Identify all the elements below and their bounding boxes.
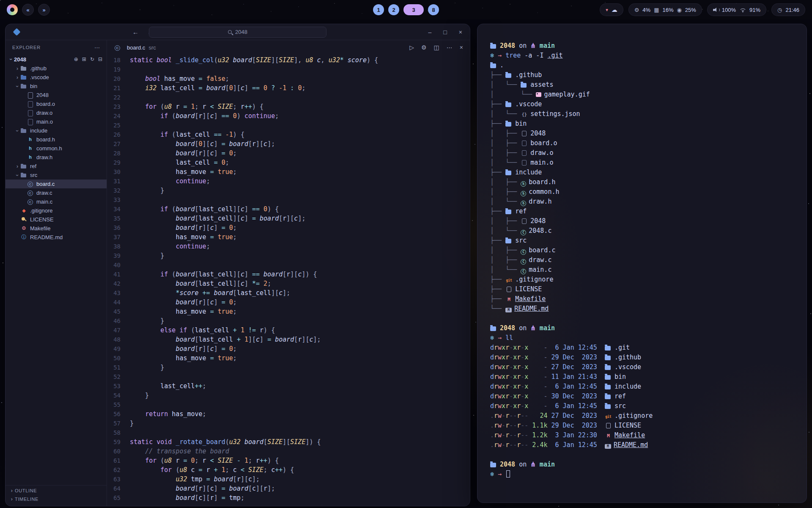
code-line[interactable]: 25: [107, 121, 470, 130]
settings-button[interactable]: ⚙: [421, 44, 427, 51]
explorer-item-.gitignore[interactable]: .gitignore: [5, 206, 107, 215]
code-line[interactable]: 52: [107, 372, 470, 381]
audio-network-widget[interactable]: 100% 91%: [707, 3, 766, 16]
code-line[interactable]: 31 continue;: [107, 177, 470, 186]
code-line[interactable]: 23 for (u8 r = 1; r < SIZE; r++) {: [107, 102, 470, 111]
code-line[interactable]: 43 *score += board[last_cell][c];: [107, 288, 470, 298]
code-line[interactable]: 44 board[r][c] = 0;: [107, 298, 470, 307]
code-line[interactable]: 34 if (board[last_cell][c] == 0) {: [107, 204, 470, 214]
code-line[interactable]: 61 for (u8 r = 0; r < SIZE - 1; r++) {: [107, 456, 470, 465]
code-line[interactable]: 65 board[c][r] = tmp;: [107, 493, 470, 502]
code-line[interactable]: 59static void _rotate_board(u32 board[SI…: [107, 437, 470, 447]
explorer-more-button[interactable]: ⋯: [94, 44, 100, 51]
explorer-item-.vscode[interactable]: ›.vscode: [5, 73, 107, 82]
explorer-item-.github[interactable]: ›.github: [5, 64, 107, 73]
workspace-1[interactable]: 1: [373, 4, 384, 15]
code-line[interactable]: 49 board[r][c] = 0;: [107, 344, 470, 353]
explorer-item-draw.o[interactable]: draw.o: [5, 108, 107, 117]
code-line[interactable]: 45 has_move = true;: [107, 307, 470, 316]
code-line[interactable]: 20 bool has_move = false;: [107, 74, 470, 83]
close-button[interactable]: ×: [459, 29, 462, 36]
command-center-search[interactable]: 2048: [149, 27, 326, 38]
code-line[interactable]: 53 last_cell++;: [107, 381, 470, 391]
code-line[interactable]: 63 u32 tmp = board[r][c];: [107, 475, 470, 484]
refresh-icon[interactable]: ↻: [90, 56, 94, 62]
explorer-item-src[interactable]: ›src: [5, 171, 107, 179]
explorer-item-Makefile[interactable]: Makefile: [5, 224, 107, 233]
code-line[interactable]: 39 }: [107, 251, 470, 260]
breadcrumb[interactable]: board.c src ▷⚙◫⋯×: [107, 40, 470, 55]
explorer-item-2048[interactable]: 2048: [5, 91, 107, 99]
explorer-item-README.md[interactable]: README.md: [5, 233, 107, 242]
explorer-item-bin[interactable]: ›bin: [5, 82, 107, 91]
explorer-item-main.o[interactable]: main.o: [5, 117, 107, 126]
explorer-item-LICENSE[interactable]: LICENSE: [5, 215, 107, 224]
workspace-8[interactable]: 8: [428, 4, 439, 15]
code-line[interactable]: 55: [107, 400, 470, 409]
run-button[interactable]: ▷: [409, 44, 414, 51]
explorer-item-ref[interactable]: ›ref: [5, 162, 107, 171]
code-line[interactable]: 38 continue;: [107, 242, 470, 251]
code-line[interactable]: 18static bool _slide_col(u32 board[SIZE]…: [107, 55, 470, 65]
media-next-button[interactable]: »: [38, 4, 50, 16]
code-line[interactable]: 41 if (board[last_cell][c] == board[r][c…: [107, 270, 470, 279]
code-line[interactable]: 24 if (board[r][c] == 0) continue;: [107, 111, 470, 121]
new-file-icon[interactable]: ⊕: [74, 56, 78, 62]
maximize-button[interactable]: □: [443, 29, 447, 36]
code-line[interactable]: 33: [107, 195, 470, 204]
code-line[interactable]: 36 board[r][c] = 0;: [107, 223, 470, 232]
more-button[interactable]: ⋯: [447, 44, 453, 51]
code-line[interactable]: 28 board[r][c] = 0;: [107, 149, 470, 158]
code-line[interactable]: 56 return has_move;: [107, 409, 470, 419]
collapse-icon[interactable]: ⊟: [98, 56, 102, 62]
workspace-3[interactable]: 3: [403, 4, 424, 15]
nav-back-button[interactable]: ←: [132, 28, 139, 36]
explorer-root-folder[interactable]: › 2048 ⊕⊞↻⊟: [5, 55, 107, 64]
explorer-item-draw.h[interactable]: draw.h: [5, 153, 107, 162]
new-folder-icon[interactable]: ⊞: [82, 56, 86, 62]
code-line[interactable]: 51 }: [107, 363, 470, 372]
explorer-item-board.o[interactable]: board.o: [5, 99, 107, 108]
explorer-item-include[interactable]: ›include: [5, 126, 107, 135]
code-line[interactable]: 62 for (u8 c = r + 1; c < SIZE; c++) {: [107, 465, 470, 475]
clock-widget[interactable]: ◷ 21:46: [771, 3, 805, 16]
code-line[interactable]: 19: [107, 65, 470, 74]
code-line[interactable]: 21 i32 last_cell = board[0][c] == 0 ? -1…: [107, 83, 470, 93]
close-button[interactable]: ×: [460, 44, 463, 51]
code-line[interactable]: 22: [107, 93, 470, 102]
code-line[interactable]: 57}: [107, 419, 470, 428]
split-button[interactable]: ◫: [434, 44, 439, 51]
code-line[interactable]: 64 board[r][c] = board[c][r];: [107, 484, 470, 493]
terminal-window[interactable]: 2048 on ⋔ main❄ → tree -a -I .git.├── .g…: [477, 24, 807, 503]
panel-outline[interactable]: ›OUTLINE: [5, 486, 107, 495]
editor-titlebar[interactable]: ← → 2048 – □ ×: [5, 24, 470, 40]
code-line[interactable]: 47 else if (last_cell + 1 != r) {: [107, 326, 470, 335]
code-editor[interactable]: 18static bool _slide_col(u32 board[SIZE]…: [107, 55, 470, 506]
code-line[interactable]: 26 if (last_cell == -1) {: [107, 130, 470, 139]
minimize-button[interactable]: –: [428, 29, 432, 36]
code-line[interactable]: 42 board[last_cell][c] *= 2;: [107, 279, 470, 288]
explorer-item-board.h[interactable]: board.h: [5, 135, 107, 144]
code-line[interactable]: 27 board[0][c] = board[r][c];: [107, 139, 470, 149]
code-line[interactable]: 48 board[last_cell + 1][c] = board[r][c]…: [107, 335, 470, 344]
code-line[interactable]: 37 has_move = true;: [107, 232, 470, 242]
explorer-item-draw.c[interactable]: draw.c: [5, 188, 107, 197]
code-line[interactable]: 40: [107, 260, 470, 270]
code-line[interactable]: 58: [107, 428, 470, 437]
code-line[interactable]: 54 }: [107, 391, 470, 400]
workspace-2[interactable]: 2: [388, 4, 399, 15]
panel-timeline[interactable]: ›TIMELINE: [5, 495, 107, 503]
system-stats-widget[interactable]: ⚙ 4% ▦ 16% ◉ 25%: [628, 3, 702, 16]
explorer-item-board.c[interactable]: board.c: [5, 179, 107, 188]
media-prev-button[interactable]: «: [22, 4, 34, 16]
code-line[interactable]: 46 }: [107, 316, 470, 326]
code-line[interactable]: 50 has_move = true;: [107, 353, 470, 363]
system-logo-icon[interactable]: [7, 4, 18, 15]
weather-widget[interactable]: ▾ ☁: [600, 3, 623, 16]
code-line[interactable]: 60 // transpose the board: [107, 447, 470, 456]
explorer-item-main.c[interactable]: main.c: [5, 197, 107, 206]
code-line[interactable]: 30 has_move = true;: [107, 167, 470, 177]
code-line[interactable]: 35 board[last_cell][c] = board[r][c];: [107, 214, 470, 223]
code-line[interactable]: 32 }: [107, 186, 470, 195]
code-line[interactable]: 29 last_cell = 0;: [107, 158, 470, 167]
